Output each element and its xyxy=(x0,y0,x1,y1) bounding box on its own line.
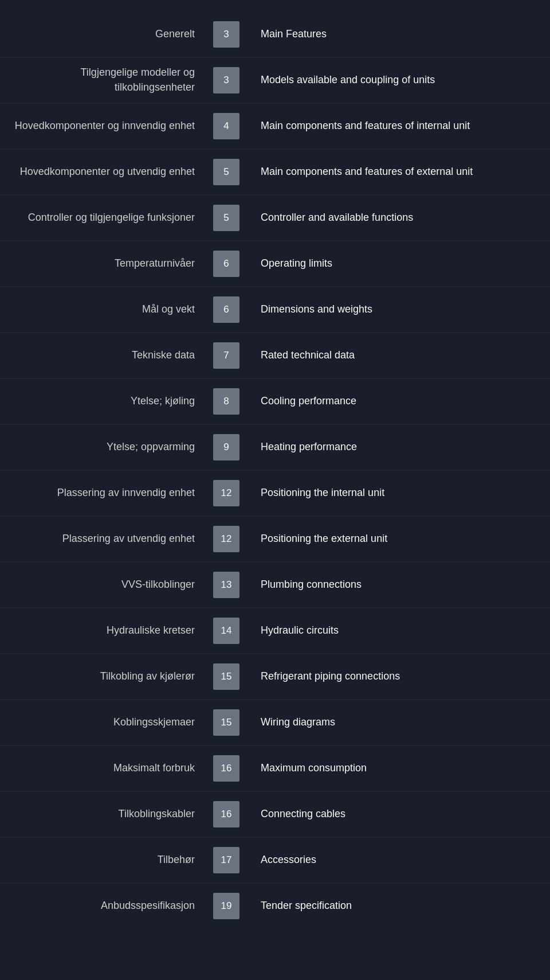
toc-left-label: Plassering av utvendig enhet xyxy=(0,532,206,546)
toc-row: Tekniske data7Rated technical data xyxy=(0,333,550,378)
toc-row: Hovedkomponenter og utvendig enhet5Main … xyxy=(0,149,550,195)
toc-page-number: 3 xyxy=(213,67,239,93)
toc-page-number: 12 xyxy=(213,526,239,552)
toc-right-label: Maximum consumption xyxy=(246,761,550,775)
toc-number-column: 3 xyxy=(206,21,246,48)
toc-page-number: 16 xyxy=(213,801,239,827)
toc-right-label: Plumbing connections xyxy=(246,577,550,592)
toc-right-label: Tender specification xyxy=(246,899,550,913)
toc-page-number: 16 xyxy=(213,755,239,782)
toc-left-label: Plassering av innvendig enhet xyxy=(0,486,206,500)
toc-right-label: Dimensions and weights xyxy=(246,302,550,317)
toc-page-number: 6 xyxy=(213,296,239,323)
toc-number-column: 19 xyxy=(206,893,246,919)
toc-row: Mål og vekt6Dimensions and weights xyxy=(0,287,550,333)
toc-row: Tilkobling av kjølerør15Refrigerant pipi… xyxy=(0,654,550,700)
toc-left-label: Maksimalt forbruk xyxy=(0,761,206,775)
toc-left-label: VVS-tilkoblinger xyxy=(0,577,206,592)
toc-right-label: Hydraulic circuits xyxy=(246,623,550,638)
toc-right-label: Rated technical data xyxy=(246,348,550,362)
toc-right-label: Models available and coupling of units xyxy=(246,73,550,87)
toc-number-column: 13 xyxy=(206,572,246,598)
toc-number-column: 6 xyxy=(206,296,246,323)
toc-left-label: Ytelse; oppvarming xyxy=(0,440,206,454)
toc-page-number: 3 xyxy=(213,21,239,48)
toc-number-column: 4 xyxy=(206,113,246,139)
toc-right-label: Cooling performance xyxy=(246,394,550,408)
toc-right-label: Main Features xyxy=(246,27,550,41)
toc-left-label: Hovedkomponenter og utvendig enhet xyxy=(0,165,206,179)
toc-number-column: 7 xyxy=(206,342,246,369)
toc-left-label: Anbudsspesifikasjon xyxy=(0,899,206,913)
toc-right-label: Controller and available functions xyxy=(246,210,550,225)
toc-right-label: Wiring diagrams xyxy=(246,715,550,729)
toc-left-label: Tekniske data xyxy=(0,348,206,362)
toc-page-number: 9 xyxy=(213,434,239,460)
toc-row: Koblingsskjemaer15Wiring diagrams xyxy=(0,700,550,745)
toc-number-column: 12 xyxy=(206,480,246,506)
toc-row: Temperaturnivåer6Operating limits xyxy=(0,241,550,287)
toc-left-label: Tilkoblingskabler xyxy=(0,807,206,821)
toc-right-label: Heating performance xyxy=(246,440,550,454)
toc-row: Hovedkomponenter og innvendig enhet4Main… xyxy=(0,103,550,149)
toc-right-label: Main components and features of external… xyxy=(246,165,550,179)
toc-number-column: 5 xyxy=(206,159,246,185)
table-of-contents: Generelt3Main FeaturesTilgjengelige mode… xyxy=(0,0,550,940)
toc-number-column: 5 xyxy=(206,205,246,231)
toc-page-number: 7 xyxy=(213,342,239,369)
toc-page-number: 8 xyxy=(213,388,239,415)
toc-left-label: Controller og tilgjengelige funksjoner xyxy=(0,210,206,225)
toc-left-label: Tilgjengelige modeller og tilkoblingsenh… xyxy=(0,65,206,94)
toc-number-column: 14 xyxy=(206,618,246,644)
toc-page-number: 4 xyxy=(213,113,239,139)
toc-row: Maksimalt forbruk16Maximum consumption xyxy=(0,745,550,791)
toc-right-label: Main components and features of internal… xyxy=(246,119,550,133)
toc-page-number: 14 xyxy=(213,618,239,644)
toc-number-column: 16 xyxy=(206,755,246,782)
toc-left-label: Hovedkomponenter og innvendig enhet xyxy=(0,119,206,133)
toc-left-label: Tilbehør xyxy=(0,853,206,867)
toc-number-column: 15 xyxy=(206,663,246,690)
toc-left-label: Koblingsskjemaer xyxy=(0,715,206,729)
toc-right-label: Accessories xyxy=(246,853,550,867)
toc-row: Hydrauliske kretser14Hydraulic circuits xyxy=(0,608,550,654)
toc-right-label: Refrigerant piping connections xyxy=(246,669,550,684)
toc-row: Controller og tilgjengelige funksjoner5C… xyxy=(0,195,550,241)
toc-page-number: 13 xyxy=(213,572,239,598)
toc-left-label: Generelt xyxy=(0,27,206,41)
toc-number-column: 12 xyxy=(206,526,246,552)
toc-number-column: 3 xyxy=(206,67,246,93)
toc-number-column: 17 xyxy=(206,847,246,873)
toc-left-label: Ytelse; kjøling xyxy=(0,394,206,408)
toc-page-number: 15 xyxy=(213,663,239,690)
toc-row: Generelt3Main Features xyxy=(0,11,550,57)
toc-page-number: 5 xyxy=(213,205,239,231)
toc-right-label: Positioning the internal unit xyxy=(246,486,550,500)
toc-page-number: 6 xyxy=(213,251,239,277)
toc-left-label: Mål og vekt xyxy=(0,302,206,317)
toc-number-column: 9 xyxy=(206,434,246,460)
toc-row: Plassering av utvendig enhet12Positionin… xyxy=(0,516,550,562)
toc-row: Tilkoblingskabler16Connecting cables xyxy=(0,791,550,837)
toc-row: Tilgjengelige modeller og tilkoblingsenh… xyxy=(0,57,550,103)
toc-right-label: Positioning the external unit xyxy=(246,532,550,546)
toc-page-number: 12 xyxy=(213,480,239,506)
toc-right-label: Operating limits xyxy=(246,256,550,271)
toc-number-column: 15 xyxy=(206,709,246,736)
toc-row: Ytelse; oppvarming9Heating performance xyxy=(0,424,550,470)
toc-right-label: Connecting cables xyxy=(246,807,550,821)
toc-number-column: 6 xyxy=(206,251,246,277)
toc-page-number: 17 xyxy=(213,847,239,873)
toc-row: Tilbehør17Accessories xyxy=(0,837,550,883)
toc-left-label: Tilkobling av kjølerør xyxy=(0,669,206,684)
toc-left-label: Hydrauliske kretser xyxy=(0,623,206,638)
toc-number-column: 16 xyxy=(206,801,246,827)
toc-row: Plassering av innvendig enhet12Positioni… xyxy=(0,470,550,516)
toc-row: VVS-tilkoblinger13Plumbing connections xyxy=(0,562,550,608)
toc-page-number: 15 xyxy=(213,709,239,736)
toc-page-number: 5 xyxy=(213,159,239,185)
toc-row: Anbudsspesifikasjon19Tender specificatio… xyxy=(0,883,550,929)
toc-row: Ytelse; kjøling8Cooling performance xyxy=(0,378,550,424)
toc-left-label: Temperaturnivåer xyxy=(0,256,206,271)
toc-page-number: 19 xyxy=(213,893,239,919)
